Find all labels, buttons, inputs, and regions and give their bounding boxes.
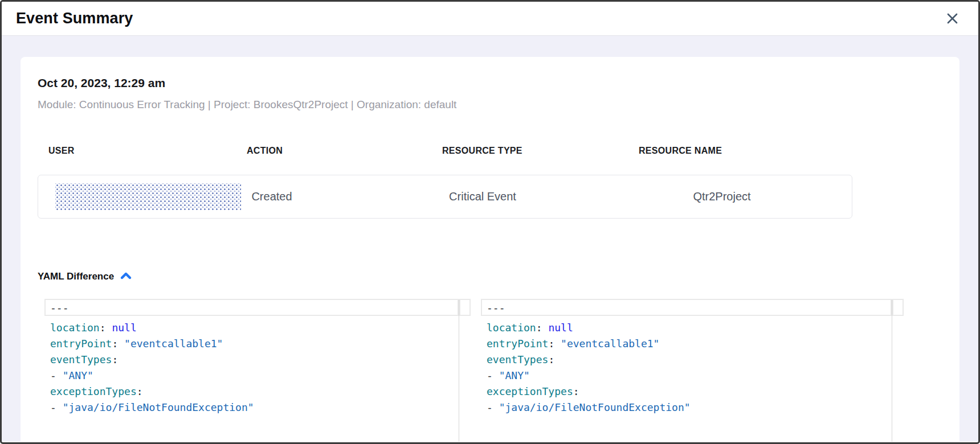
column-header-user: USER [48, 146, 75, 156]
resource-type-cell: Critical Event [449, 175, 516, 218]
column-header-resource-type: RESOURCE TYPE [442, 146, 522, 156]
user-redacted-pattern [55, 183, 241, 210]
yaml-code-line: exceptionTypes: [487, 384, 887, 400]
modal-header: Event Summary [2, 2, 978, 36]
column-header-resource-name: RESOURCE NAME [639, 146, 722, 156]
yaml-difference-label: YAML Difference [38, 271, 114, 282]
yaml-code-line: eventTypes: [487, 352, 887, 368]
right-panel-scrollbar-gutter [892, 299, 892, 442]
audit-table: USER ACTION RESOURCE TYPE RESOURCE NAME … [38, 146, 942, 219]
yaml-difference-toggle[interactable]: YAML Difference [38, 271, 132, 282]
diff-document-start-row: --- [481, 299, 904, 316]
yaml-diff-left-panel[interactable]: ---location: nullentryPoint: "eventcalla… [44, 298, 471, 442]
yaml-diff-panes: ---location: nullentryPoint: "eventcalla… [44, 298, 942, 442]
modal-body: Oct 20, 2023, 12:29 am Module: Continuou… [2, 36, 978, 442]
chevron-up-icon [120, 272, 132, 282]
yaml-code-line: - "ANY" [487, 368, 887, 384]
yaml-code-line: location: null [487, 320, 887, 336]
close-icon [946, 18, 959, 27]
event-timestamp: Oct 20, 2023, 12:29 am [38, 76, 942, 91]
left-panel-scrollbar-gutter [459, 299, 459, 442]
yaml-code-line: eventTypes: [50, 352, 454, 368]
table-row: Created Critical Event Qtr2Project [38, 175, 852, 219]
yaml-code-line: - "java/io/FileNotFoundException" [50, 400, 454, 416]
audit-table-header: USER ACTION RESOURCE TYPE RESOURCE NAME [38, 146, 942, 157]
event-card: Oct 20, 2023, 12:29 am Module: Continuou… [21, 57, 959, 442]
action-cell: Created [251, 175, 292, 218]
event-summary-modal: Event Summary Oct 20, 2023, 12:29 am Mod… [0, 0, 980, 444]
diff-document-start-row: --- [44, 299, 471, 316]
resource-name-cell: Qtr2Project [693, 175, 750, 218]
yaml-code-line: - "java/io/FileNotFoundException" [487, 400, 887, 416]
yaml-code-line: entryPoint: "eventcallable1" [487, 336, 887, 352]
yaml-code-line: - "ANY" [50, 368, 454, 384]
yaml-diff-right-panel[interactable]: ---location: nullentryPoint: "eventcalla… [481, 298, 904, 442]
close-button[interactable] [944, 10, 961, 27]
column-header-action: ACTION [247, 146, 283, 156]
yaml-code-line: location: null [50, 320, 454, 336]
yaml-code-line: exceptionTypes: [50, 384, 454, 400]
event-context: Module: Continuous Error Tracking | Proj… [38, 98, 942, 112]
modal-title: Event Summary [16, 10, 133, 27]
yaml-code-line: entryPoint: "eventcallable1" [50, 336, 454, 352]
